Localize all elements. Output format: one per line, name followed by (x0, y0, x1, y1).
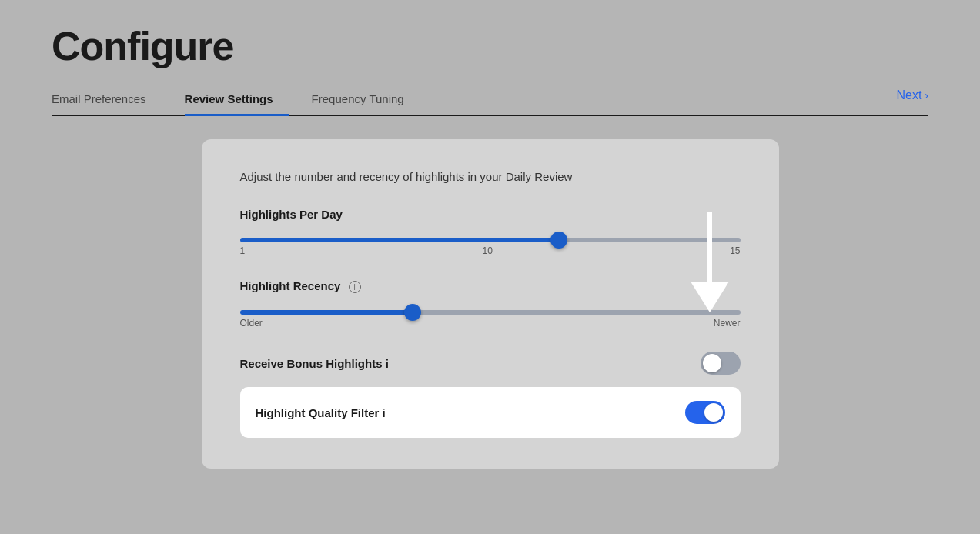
quality-filter-toggle[interactable] (685, 401, 725, 424)
page-title: Configure (52, 23, 928, 69)
highlights-per-day-slider-wrapper: 1 10 15 (240, 232, 741, 256)
quality-toggle-knob (704, 403, 723, 422)
tick-max: 15 (730, 245, 740, 256)
tab-frequency-tuning[interactable]: Frequency Tuning (312, 85, 420, 115)
tick-older: Older (240, 318, 263, 329)
toggle-knob (703, 354, 721, 372)
next-chevron-icon: › (925, 89, 928, 102)
quality-filter-card: Highlight Quality Filter i (240, 387, 741, 438)
quality-filter-label: Highlight Quality Filter i (256, 406, 386, 419)
receive-bonus-section: Receive Bonus Highlights i (240, 352, 741, 375)
next-label: Next (896, 88, 921, 102)
page-wrapper: Configure Email Preferences Review Setti… (0, 0, 980, 534)
recency-info-icon[interactable]: i (349, 281, 361, 293)
tick-newer: Newer (714, 318, 741, 329)
receive-bonus-toggle[interactable] (701, 352, 741, 375)
tabs-navigation: Email Preferences Review Settings Freque… (52, 85, 928, 116)
highlights-per-day-slider[interactable] (240, 238, 741, 242)
tick-min: 1 (240, 245, 246, 256)
highlights-per-day-section: Highlights Per Day 1 10 15 (240, 208, 741, 256)
header: Configure Email Preferences Review Setti… (0, 0, 980, 116)
card-description: Adjust the number and recency of highlig… (240, 170, 741, 183)
bonus-info-icon[interactable]: i (386, 357, 389, 370)
settings-card: Adjust the number and recency of highlig… (202, 139, 779, 469)
next-button[interactable]: Next › (896, 88, 928, 112)
highlight-recency-section: Highlight Recency i Older Newer (240, 279, 741, 329)
tabs-list: Email Preferences Review Settings Freque… (52, 85, 896, 115)
quality-info-icon[interactable]: i (383, 406, 386, 419)
highlight-recency-slider[interactable] (240, 310, 741, 315)
tab-email-preferences[interactable]: Email Preferences (52, 85, 162, 115)
main-content: Adjust the number and recency of highlig… (0, 116, 980, 492)
tick-current: 10 (482, 245, 492, 256)
highlight-recency-slider-wrapper: Older Newer (240, 304, 741, 329)
receive-bonus-label: Receive Bonus Highlights i (240, 357, 389, 370)
tab-review-settings[interactable]: Review Settings (185, 85, 289, 115)
highlight-recency-label: Highlight Recency i (240, 279, 741, 293)
highlights-per-day-label: Highlights Per Day (240, 208, 741, 221)
